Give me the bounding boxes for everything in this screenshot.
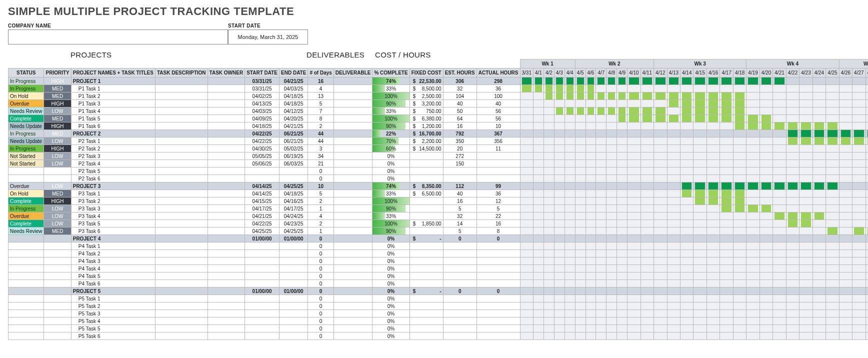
status-cell[interactable]: In Progress — [8, 78, 44, 85]
hours-cell[interactable] — [443, 168, 476, 175]
gantt-cell[interactable] — [575, 310, 586, 318]
pct-cell[interactable]: 33% — [372, 85, 410, 92]
gantt-cell[interactable] — [826, 92, 839, 100]
gantt-cell[interactable] — [533, 100, 544, 108]
gantt-cell[interactable] — [866, 265, 868, 272]
gantt-cell[interactable] — [640, 228, 654, 235]
gantt-cell[interactable] — [733, 288, 746, 295]
gantt-cell[interactable] — [596, 122, 606, 130]
pct-cell[interactable]: 0% — [372, 318, 410, 325]
gantt-cell[interactable] — [760, 325, 772, 332]
day-header[interactable]: 4/25 — [826, 68, 839, 78]
owner-cell[interactable] — [208, 182, 245, 190]
gantt-cell[interactable] — [852, 212, 866, 220]
gantt-cell[interactable] — [667, 168, 680, 175]
gantt-cell[interactable] — [706, 242, 720, 250]
gantt-cell[interactable] — [586, 85, 596, 92]
hours-cell[interactable]: 5 — [443, 205, 476, 212]
gantt-cell[interactable] — [628, 265, 640, 272]
status-cell[interactable] — [8, 242, 44, 250]
gantt-cell[interactable] — [520, 168, 533, 175]
gantt-cell[interactable] — [564, 332, 575, 340]
hours-cell[interactable] — [443, 280, 476, 288]
gantt-cell[interactable] — [533, 220, 544, 228]
gantt-cell[interactable] — [760, 160, 772, 168]
gantt-cell[interactable] — [866, 332, 868, 340]
gantt-cell[interactable] — [596, 182, 606, 190]
gantt-cell[interactable] — [564, 325, 575, 332]
gantt-cell[interactable] — [667, 295, 680, 302]
gantt-cell[interactable] — [544, 310, 554, 318]
deliverable-cell[interactable] — [334, 332, 372, 340]
days-cell[interactable]: 0 — [308, 235, 334, 242]
gantt-cell[interactable] — [606, 250, 617, 258]
edate-cell[interactable] — [280, 295, 308, 302]
desc-cell[interactable] — [155, 92, 208, 100]
gantt-cell[interactable] — [826, 212, 839, 220]
actual-cell[interactable] — [476, 272, 520, 280]
deliverable-cell[interactable] — [334, 122, 372, 130]
actual-cell[interactable] — [476, 332, 520, 340]
gantt-cell[interactable] — [773, 85, 786, 92]
gantt-cell[interactable] — [680, 212, 694, 220]
gantt-cell[interactable] — [706, 182, 720, 190]
gantt-cell[interactable] — [575, 92, 586, 100]
gantt-cell[interactable] — [866, 85, 868, 92]
gantt-cell[interactable] — [533, 228, 544, 235]
gantt-cell[interactable] — [554, 250, 564, 258]
gantt-cell[interactable] — [746, 175, 760, 182]
gantt-cell[interactable] — [826, 332, 839, 340]
gantt-cell[interactable] — [575, 332, 586, 340]
gantt-cell[interactable] — [554, 242, 564, 250]
gantt-cell[interactable] — [746, 130, 760, 138]
gantt-cell[interactable] — [786, 190, 799, 198]
gantt-cell[interactable] — [826, 310, 839, 318]
gantt-cell[interactable] — [564, 78, 575, 85]
deliverable-cell[interactable] — [334, 258, 372, 265]
desc-cell[interactable] — [155, 190, 208, 198]
edate-cell[interactable]: 04/18/25 — [280, 92, 308, 100]
edate-cell[interactable]: 06/21/25 — [280, 138, 308, 145]
gantt-cell[interactable] — [786, 325, 799, 332]
gantt-cell[interactable] — [586, 265, 596, 272]
hours-cell[interactable]: 64 — [443, 115, 476, 122]
gantt-cell[interactable] — [667, 332, 680, 340]
gantt-cell[interactable] — [680, 138, 694, 145]
days-cell[interactable]: 0 — [308, 242, 334, 250]
gantt-cell[interactable] — [617, 168, 628, 175]
deliverable-cell[interactable] — [334, 138, 372, 145]
gantt-cell[interactable] — [533, 145, 544, 152]
priority-cell[interactable] — [44, 288, 71, 295]
cost-cell[interactable]: - — [410, 288, 443, 295]
desc-cell[interactable] — [155, 145, 208, 152]
gantt-cell[interactable] — [586, 235, 596, 242]
gantt-cell[interactable] — [564, 235, 575, 242]
hours-cell[interactable]: 40 — [443, 100, 476, 108]
hours-cell[interactable] — [443, 272, 476, 280]
gantt-cell[interactable] — [520, 220, 533, 228]
gantt-cell[interactable] — [654, 152, 667, 160]
gantt-cell[interactable] — [640, 168, 654, 175]
deliverable-cell[interactable] — [334, 78, 372, 85]
gantt-cell[interactable] — [746, 318, 760, 325]
status-cell[interactable] — [8, 280, 44, 288]
day-header[interactable]: 4/7 — [596, 68, 606, 78]
gantt-cell[interactable] — [617, 272, 628, 280]
desc-cell[interactable] — [155, 115, 208, 122]
priority-cell[interactable]: MED — [44, 190, 71, 198]
priority-cell[interactable]: MED — [44, 115, 71, 122]
priority-cell[interactable]: MED — [44, 92, 71, 100]
table-row[interactable]: P4 Task 400% — [8, 265, 868, 272]
days-cell[interactable]: 4 — [308, 212, 334, 220]
gantt-cell[interactable] — [544, 280, 554, 288]
table-row[interactable]: OverdueLOWPROJECT 304/14/2504/25/251074%… — [8, 182, 868, 190]
edate-cell[interactable]: 04/16/25 — [280, 198, 308, 205]
gantt-cell[interactable] — [606, 145, 617, 152]
gantt-cell[interactable] — [852, 332, 866, 340]
gantt-cell[interactable] — [694, 272, 706, 280]
name-cell[interactable]: P1 Task 2 — [71, 92, 155, 100]
gantt-cell[interactable] — [773, 288, 786, 295]
gantt-cell[interactable] — [654, 288, 667, 295]
gantt-cell[interactable] — [606, 288, 617, 295]
table-row[interactable]: In ProgressLOWP3 Task 304/17/2504/17/251… — [8, 205, 868, 212]
